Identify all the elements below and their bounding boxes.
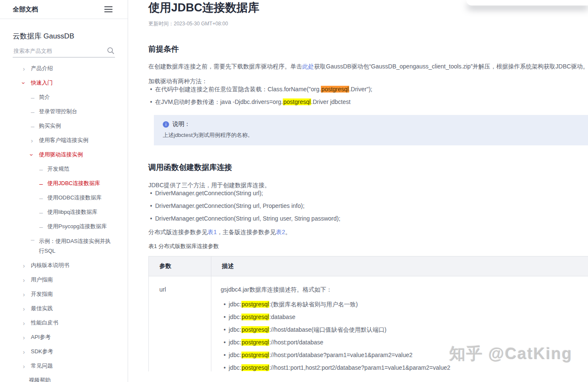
heading-create-connection: 调用函数创建数据库连接 — [148, 163, 588, 172]
all-docs-link[interactable]: 全部文档 — [13, 5, 38, 14]
chevron-right-icon: › — [23, 277, 31, 283]
bullet-icon: • — [224, 313, 229, 321]
table1-link[interactable]: 表1 — [208, 229, 217, 235]
list-item: •DriverManager.getConnection(String url,… — [150, 202, 588, 210]
sidebar: 全部文档 云数据库 GaussDB ›产品介绍 ›快速入门 –简介 –登录管理控… — [0, 0, 128, 382]
search-hit-current: postgresql — [321, 86, 349, 93]
list-item: •DriverManager.getConnection(String url)… — [150, 189, 588, 197]
sidebar-item[interactable]: ›内核版本说明书 — [0, 258, 128, 273]
sidebar-item[interactable]: –开发规范 — [0, 162, 128, 176]
table2-link[interactable]: 表2 — [276, 229, 285, 235]
dash-icon: – — [39, 224, 47, 230]
floating-card-edge — [466, 0, 588, 5]
chevron-right-icon: › — [23, 306, 31, 312]
dash-icon: – — [39, 180, 47, 187]
search-hit: postgresql — [283, 98, 311, 105]
driver-methods-list: •在代码中创建连接之前任意位置隐含装载：Class.forName("org.p… — [148, 85, 588, 106]
sidebar-item[interactable]: –购买实例 — [0, 119, 128, 133]
list-item: •DriverManager.getConnection(String url,… — [150, 215, 588, 223]
product-title: 云数据库 GaussDB — [13, 31, 115, 41]
search-hit: postgresql — [241, 314, 270, 320]
bullet-icon: • — [150, 189, 155, 197]
list-item: •在JVM启动时参数传递：java -Djdbc.drivers=org.pos… — [150, 98, 588, 106]
sidebar-item[interactable]: ›性能白皮书 — [0, 316, 128, 330]
chevron-down-icon: › — [31, 152, 39, 158]
main-content: 使用JDBC连接数据库 更新时间：2023-05-30 GMT+08:00 前提… — [128, 0, 588, 382]
search-hit: postgresql — [241, 352, 270, 358]
sidebar-header: 全部文档 — [0, 0, 128, 19]
bullet-icon: • — [224, 364, 229, 371]
dash-icon: – — [31, 236, 39, 243]
table-caption: 表1 分布式版数据库连接参数 — [148, 243, 588, 250]
info-icon: i — [163, 121, 169, 128]
sidebar-item[interactable]: ›SDK参考 — [0, 344, 128, 359]
list-item: •jdbc:postgresql://host1:port1,host2:por… — [224, 364, 588, 371]
dash-icon: – — [31, 109, 39, 115]
note-body: 上述jdbctest为测试用例程序的名称。 — [163, 131, 580, 139]
chevron-right-icon: › — [23, 363, 31, 369]
info-note: i 说明： 上述jdbctest为测试用例程序的名称。 — [154, 115, 588, 145]
sidebar-item[interactable]: ›快速入门 — [0, 76, 128, 90]
sidebar-item[interactable]: –简介 — [0, 90, 128, 104]
updated-label: 更新时间： — [148, 21, 174, 27]
sidebar-item[interactable]: ›使用客户端连接实例 — [0, 133, 128, 147]
search-box — [13, 46, 115, 57]
sidebar-item[interactable]: ›产品介绍 — [0, 61, 128, 76]
search-input[interactable] — [13, 47, 107, 55]
search-hit: postgresql — [241, 301, 270, 308]
dash-icon: – — [39, 195, 47, 201]
bullet-icon: • — [224, 338, 229, 347]
note-title: 说明： — [172, 120, 190, 128]
update-time: 更新时间：2023-05-30 GMT+08:00 — [148, 21, 588, 27]
dash-icon: – — [39, 209, 47, 216]
chevron-right-icon: › — [23, 320, 31, 326]
sidebar-item-current[interactable]: –使用JDBC连接数据库 — [0, 176, 128, 191]
updated-value: 2023-05-30 GMT+08:00 — [174, 21, 228, 27]
table-header-row: 参数 描述 — [149, 256, 588, 276]
search-hit: postgresql — [241, 364, 270, 371]
dash-icon: – — [31, 123, 39, 129]
list-item: •jdbc:postgresql:(数据库名称缺省则与用户名一致) — [224, 300, 588, 308]
prereq-paragraph: 在创建数据库连接之前，需要先下载数据库驱动程序。单击此处获取GaussDB驱动包… — [148, 63, 588, 71]
sidebar-item[interactable]: 视频帮助 — [0, 373, 128, 382]
chevron-down-icon: › — [23, 80, 31, 86]
search-hit: postgresql — [241, 339, 270, 346]
watermark: 知乎 @CatKing — [449, 343, 572, 365]
list-item: •jdbc:postgresql:database — [224, 313, 588, 321]
bullet-icon: • — [224, 326, 229, 334]
sidebar-item[interactable]: ›开发指南 — [0, 287, 128, 301]
cell-param: url — [149, 276, 211, 371]
desc-intro: gsjdbc4.jar数据库连接描述符。格式如下： — [221, 286, 588, 294]
sidebar-tree: ›产品介绍 ›快速入门 –简介 –登录管理控制台 –购买实例 ›使用客户端连接实… — [0, 61, 128, 382]
sidebar-item[interactable]: –使用ODBC连接数据库 — [0, 191, 128, 205]
search-icon[interactable] — [107, 46, 115, 55]
sidebar-item[interactable]: –登录管理控制台 — [0, 104, 128, 119]
chevron-right-icon: › — [31, 137, 39, 144]
chevron-right-icon: › — [23, 65, 31, 72]
bullet-icon: • — [224, 351, 229, 359]
dash-icon: – — [39, 166, 47, 172]
chevron-right-icon: › — [23, 262, 31, 269]
heading-prerequisites: 前提条件 — [148, 45, 588, 54]
sidebar-item[interactable]: –使用libpq连接数据库 — [0, 205, 128, 219]
bullet-icon: • — [150, 98, 155, 106]
create-connection-intro: JDBC提供了三个方法，用于创建数据库连接。 — [148, 181, 588, 189]
bullet-icon: • — [150, 215, 155, 223]
sidebar-item[interactable]: ›最佳实践 — [0, 301, 128, 316]
list-item: •jdbc:postgresql://host/database(端口值缺省会使… — [224, 326, 588, 334]
sidebar-item[interactable]: ›API参考 — [0, 330, 128, 344]
connection-methods-list: •DriverManager.getConnection(String url)… — [148, 189, 588, 223]
sidebar-item[interactable]: –使用Psycopg连接数据库 — [0, 219, 128, 234]
bullet-icon: • — [150, 202, 155, 210]
column-header-desc: 描述 — [211, 256, 588, 276]
sidebar-item[interactable]: ›常见问题 — [0, 359, 128, 373]
sidebar-item[interactable]: ›用户指南 — [0, 273, 128, 287]
dash-icon: – — [31, 94, 39, 101]
hamburger-menu-icon[interactable] — [104, 5, 112, 14]
bullet-icon: • — [150, 85, 155, 93]
here-link[interactable]: 此处 — [302, 63, 314, 70]
chevron-right-icon: › — [23, 334, 31, 341]
sidebar-item[interactable]: ›使用驱动连接实例 — [0, 147, 128, 162]
bullet-icon: • — [224, 300, 229, 308]
sidebar-item[interactable]: –示例：使用DAS连接实例并执行SQL — [0, 234, 128, 258]
